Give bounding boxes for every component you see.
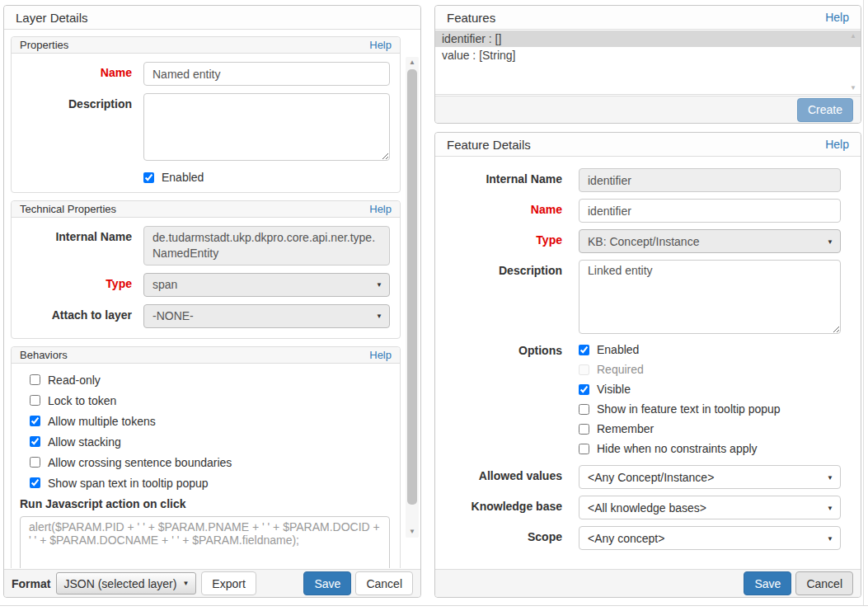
features-list-scrollbar[interactable]: ▲ ▼ — [847, 31, 860, 94]
layer-details-content: Properties Help Name Description — [4, 31, 420, 568]
layer-name-label: Name — [20, 62, 143, 79]
scope-select[interactable]: <Any concept> ▼ — [579, 526, 841, 550]
feature-type-label: Type — [445, 229, 579, 247]
layer-description-textarea[interactable] — [143, 93, 390, 161]
allow-multiple-tokens-checkbox[interactable] — [30, 416, 40, 426]
feature-required-checkbox — [579, 364, 589, 375]
scroll-up-icon[interactable]: ▲ — [847, 31, 860, 42]
options-label: Options — [445, 343, 579, 357]
chevron-down-icon: ▼ — [182, 580, 189, 587]
feature-details-help-link[interactable]: Help — [825, 138, 849, 151]
allowed-values-select[interactable]: <Any Concept/Instance> ▼ — [579, 465, 841, 489]
format-select[interactable]: JSON (selected layer) ▼ — [56, 572, 196, 595]
layer-description-label: Description — [20, 93, 143, 110]
features-panel: Features Help identifier : [] value : [S… — [434, 5, 861, 124]
feature-details-body: Internal Name Name Type KB: Concept/Inst… — [435, 158, 861, 568]
feature-list-item[interactable]: value : [String] — [435, 47, 861, 63]
chevron-down-icon: ▼ — [827, 504, 833, 511]
internal-name-label: Internal Name — [20, 226, 143, 243]
option-remember-row: Remember — [579, 422, 841, 435]
page-right-border — [863, 0, 864, 605]
chevron-down-icon: ▼ — [827, 237, 833, 245]
knowledge-base-select[interactable]: <All knowledge bases> ▼ — [579, 496, 841, 519]
internal-name-value: de.tudarmstadt.ukp.dkpro.core.api.ner.ty… — [143, 226, 390, 266]
features-list: identifier : [] value : [String] ▲ ▼ — [435, 31, 861, 95]
feature-enabled-checkbox[interactable] — [579, 345, 589, 355]
feature-type-select[interactable]: KB: Concept/Instance ▼ — [579, 229, 841, 253]
lock-to-token-checkbox[interactable] — [30, 395, 40, 406]
layer-details-header: Layer Details — [4, 6, 420, 30]
properties-section: Properties Help Name Description — [11, 36, 401, 193]
feature-details-panel: Feature Details Help Internal Name Name … — [434, 132, 861, 598]
feature-description-label: Description — [445, 260, 579, 277]
feature-details-title: Feature Details — [447, 138, 531, 152]
features-help-link[interactable]: Help — [825, 11, 849, 24]
feature-visible-checkbox[interactable] — [579, 384, 589, 395]
layer-cancel-button[interactable]: Cancel — [355, 571, 413, 595]
behaviors-section: Behaviors Help Read-only Lock to token — [11, 346, 401, 568]
layer-details-panel: Layer Details Properties Help Name Descr… — [3, 5, 421, 598]
feature-save-button[interactable]: Save — [744, 571, 791, 595]
behavior-crossing-sentence-row: Allow crossing sentence boundaries — [30, 456, 390, 469]
layer-save-button[interactable]: Save — [303, 571, 351, 595]
chevron-down-icon: ▼ — [376, 281, 382, 289]
technical-section-title: Technical Properties — [20, 203, 116, 215]
feature-details-header: Feature Details Help — [435, 133, 861, 157]
chevron-down-icon: ▼ — [376, 313, 382, 320]
scroll-up-icon[interactable]: ▲ — [406, 57, 419, 68]
layer-type-select[interactable]: span ▼ — [143, 273, 390, 297]
feature-list-item[interactable]: identifier : [] — [435, 31, 861, 47]
scroll-down-icon[interactable]: ▼ — [406, 526, 419, 538]
format-label: Format — [12, 577, 50, 590]
option-visible-row: Visible — [579, 383, 841, 396]
show-span-text-checkbox[interactable] — [30, 477, 40, 488]
allow-crossing-sentence-checkbox[interactable] — [30, 457, 40, 468]
option-required-row: Required — [579, 363, 841, 376]
create-feature-button[interactable]: Create — [797, 98, 853, 122]
attach-to-layer-label: Attach to layer — [20, 304, 143, 322]
layer-name-input[interactable] — [143, 62, 390, 86]
feature-details-footer: Save Cancel — [435, 569, 861, 597]
feature-internal-name-label: Internal Name — [445, 168, 579, 186]
show-in-feature-text-checkbox[interactable] — [579, 404, 589, 415]
remember-checkbox[interactable] — [579, 424, 589, 435]
allow-stacking-checkbox[interactable] — [30, 436, 40, 447]
option-hide-constraints-row: Hide when no constraints apply — [579, 442, 841, 455]
technical-properties-section: Technical Properties Help Internal Name … — [11, 200, 401, 339]
behavior-lock-to-token-row: Lock to token — [30, 394, 390, 407]
knowledge-base-label: Knowledge base — [445, 496, 579, 513]
chevron-down-icon: ▼ — [827, 473, 833, 481]
layer-details-scrollbar[interactable]: ▲ ▼ — [406, 57, 419, 538]
run-javascript-label: Run Javascript action on click — [20, 497, 390, 510]
layer-enabled-row: Enabled — [143, 171, 390, 184]
behaviors-section-title: Behaviors — [20, 349, 68, 361]
behavior-show-span-text-row: Show span text in tooltip popup — [30, 477, 390, 490]
feature-description-textarea[interactable]: Linked entity — [579, 260, 841, 334]
properties-help-link[interactable]: Help — [369, 39, 392, 51]
read-only-checkbox[interactable] — [30, 374, 40, 385]
layer-details-footer: Format JSON (selected layer) ▼ Export Sa… — [4, 569, 420, 597]
export-button[interactable]: Export — [201, 571, 256, 595]
feature-internal-name-input — [579, 168, 841, 192]
technical-help-link[interactable]: Help — [369, 203, 392, 215]
run-javascript-textarea[interactable] — [20, 516, 390, 568]
features-footer: Create — [435, 96, 861, 123]
features-header: Features Help — [435, 6, 861, 30]
behaviors-help-link[interactable]: Help — [369, 349, 392, 361]
attach-to-layer-select[interactable]: -NONE- ▼ — [143, 304, 390, 328]
allowed-values-label: Allowed values — [445, 465, 579, 482]
scroll-down-icon[interactable]: ▼ — [847, 82, 860, 94]
behavior-allow-multiple-tokens-row: Allow multiple tokens — [30, 415, 390, 428]
option-show-in-feature-text-row: Show in feature text in tooltip popup — [579, 402, 841, 416]
feature-cancel-button[interactable]: Cancel — [795, 571, 853, 595]
scrollbar-thumb[interactable] — [407, 69, 417, 505]
behavior-allow-stacking-row: Allow stacking — [30, 435, 390, 449]
hide-no-constraints-checkbox[interactable] — [579, 444, 589, 454]
feature-name-input[interactable] — [579, 199, 841, 223]
layer-details-title: Layer Details — [16, 11, 88, 25]
feature-name-label: Name — [445, 199, 579, 216]
features-title: Features — [447, 11, 495, 25]
bottom-divider — [0, 605, 868, 606]
layer-type-label: Type — [20, 273, 143, 290]
layer-enabled-checkbox[interactable] — [143, 172, 154, 183]
